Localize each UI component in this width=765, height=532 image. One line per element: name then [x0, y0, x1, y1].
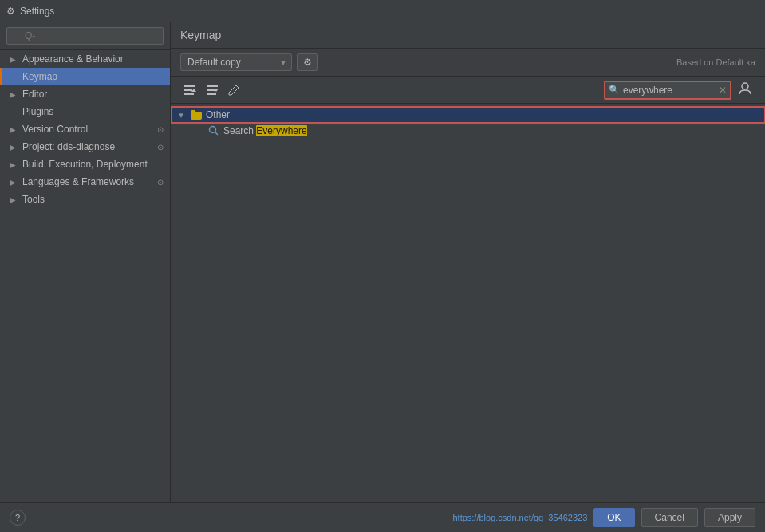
- apply-button[interactable]: Apply: [704, 508, 755, 527]
- sidebar-item-appearance[interactable]: ▶ Appearance & Behavior: [0, 50, 170, 68]
- user-icon: [738, 81, 752, 96]
- tree-item-search-everywhere-label: Search Everywhere: [223, 125, 307, 136]
- folder-icon: [190, 108, 203, 121]
- search-area: 🔍 ✕: [604, 80, 755, 100]
- dialog-body: 🔍 ▶ Appearance & Behavior Keymap ▶ Edito…: [0, 22, 765, 502]
- based-on-label: Based on Default ka: [676, 57, 755, 67]
- badge-icon: ⊙: [157, 178, 164, 187]
- collapse-all-icon: [206, 84, 219, 97]
- arrow-icon: ▶: [10, 160, 19, 169]
- help-button[interactable]: ?: [10, 510, 26, 526]
- search-user-button[interactable]: [735, 80, 755, 100]
- ok-button[interactable]: OK: [593, 508, 634, 527]
- arrow-icon: ▶: [10, 143, 19, 152]
- sidebar-item-label: Project: dds-diagnose: [22, 141, 157, 152]
- action-icon: [207, 124, 220, 137]
- search-input[interactable]: [604, 81, 731, 100]
- svg-point-8: [742, 83, 748, 89]
- sidebar-item-languages[interactable]: ▶ Languages & Frameworks ⊙: [0, 173, 170, 191]
- svg-rect-6: [207, 93, 216, 95]
- folder-svg: [191, 110, 202, 120]
- content-header: Keymap: [171, 22, 765, 49]
- tree-item-other[interactable]: ▼ Other: [171, 107, 765, 123]
- keymap-toolbar: Default copy Default Eclipse Emacs ▼ ⚙ B…: [171, 49, 765, 77]
- title-text: Settings: [20, 6, 54, 17]
- content-title: Keymap: [180, 29, 221, 41]
- tree-item-other-label: Other: [206, 109, 230, 120]
- sidebar-item-plugins[interactable]: ▶ Plugins: [0, 103, 170, 120]
- bottom-bar: ? https://blog.csdn.net/qq_35462323 OK C…: [0, 502, 765, 532]
- collapse-all-button[interactable]: [203, 82, 222, 98]
- arrow-icon: ▶: [10, 125, 19, 134]
- settings-icon: ⚙: [6, 6, 15, 17]
- keymap-select-wrapper: Default copy Default Eclipse Emacs ▼: [180, 53, 292, 71]
- sidebar-search-input[interactable]: [6, 27, 164, 45]
- sidebar-search-wrapper: 🔍: [6, 27, 164, 45]
- sidebar-item-build[interactable]: ▶ Build, Execution, Deployment: [0, 156, 170, 173]
- search-wrapper: 🔍 ✕: [604, 81, 731, 100]
- svg-point-9: [210, 127, 216, 133]
- sidebar-item-label: Tools: [22, 194, 164, 205]
- url-label[interactable]: https://blog.csdn.net/qq_35462323: [452, 513, 587, 522]
- arrow-icon: ▶: [10, 90, 19, 99]
- bottom-left: ?: [10, 510, 26, 526]
- title-bar: ⚙ Settings: [0, 0, 765, 22]
- cancel-button[interactable]: Cancel: [641, 508, 698, 527]
- sidebar-item-tools[interactable]: ▶ Tools: [0, 191, 170, 208]
- action-svg: [208, 125, 219, 136]
- sidebar-item-label: Appearance & Behavior: [22, 53, 164, 65]
- bottom-right: https://blog.csdn.net/qq_35462323 OK Can…: [452, 508, 755, 527]
- svg-rect-5: [207, 89, 215, 91]
- expand-all-button[interactable]: [180, 82, 199, 98]
- sidebar-search-area: 🔍: [0, 22, 170, 50]
- edit-icon: [228, 85, 239, 96]
- tree-item-search-everywhere[interactable]: ▼ Search Everywhere: [171, 123, 765, 139]
- sidebar-item-label: Languages & Frameworks: [22, 176, 157, 187]
- sidebar-item-label: Build, Execution, Deployment: [22, 159, 164, 170]
- settings-dialog: 🔍 ▶ Appearance & Behavior Keymap ▶ Edito…: [0, 22, 765, 532]
- badge-icon: ⊙: [157, 125, 164, 134]
- arrow-icon: ▶: [10, 178, 19, 187]
- sidebar-item-editor[interactable]: ▶ Editor: [0, 85, 170, 103]
- sidebar-item-project[interactable]: ▶ Project: dds-diagnose ⊙: [0, 138, 170, 156]
- sidebar-item-label: Version Control: [22, 124, 157, 135]
- svg-rect-2: [184, 93, 194, 95]
- svg-rect-1: [184, 89, 192, 91]
- expand-all-icon: [183, 84, 196, 97]
- sidebar-item-label: Keymap: [22, 71, 164, 82]
- svg-line-10: [215, 132, 219, 136]
- sidebar-item-version-control[interactable]: ▶ Version Control ⊙: [0, 120, 170, 138]
- sidebar: 🔍 ▶ Appearance & Behavior Keymap ▶ Edito…: [0, 22, 171, 502]
- highlight-everywhere: Everywhere: [256, 125, 306, 136]
- gear-button[interactable]: ⚙: [297, 53, 318, 71]
- action-toolbar: 🔍 ✕: [171, 77, 765, 104]
- edit-button[interactable]: [225, 83, 243, 97]
- sidebar-item-label: Plugins: [22, 106, 164, 117]
- svg-rect-4: [207, 85, 218, 87]
- sidebar-item-keymap[interactable]: Keymap: [0, 68, 170, 85]
- keymap-select[interactable]: Default copy Default Eclipse Emacs: [180, 53, 292, 71]
- content-area: Keymap Default copy Default Eclipse Emac…: [171, 22, 765, 502]
- tree-area: ▼ Other ▼: [171, 104, 765, 502]
- arrow-icon: ▶: [10, 195, 19, 204]
- svg-rect-0: [184, 85, 195, 87]
- arrow-icon: ▶: [10, 55, 19, 64]
- badge-icon: ⊙: [157, 143, 164, 152]
- sidebar-item-label: Editor: [22, 89, 164, 100]
- search-clear-button[interactable]: ✕: [719, 85, 727, 96]
- expand-icon: ▼: [177, 111, 188, 120]
